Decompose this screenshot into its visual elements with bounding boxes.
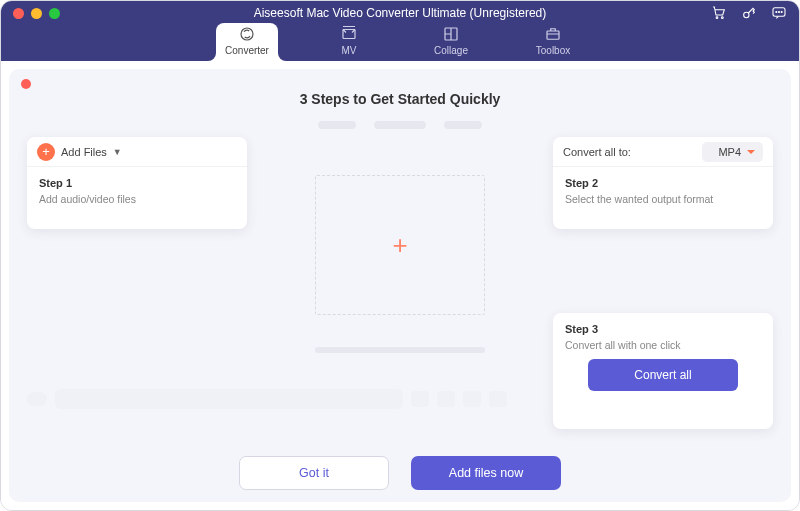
- ghost-pill: [318, 121, 356, 129]
- onboarding-overlay: 3 Steps to Get Started Quickly + Add Fil…: [9, 69, 791, 502]
- add-files-now-label: Add files now: [449, 466, 523, 480]
- content-area: 3 Steps to Get Started Quickly + Add Fil…: [1, 61, 799, 510]
- onboarding-title: 3 Steps to Get Started Quickly: [27, 91, 773, 107]
- svg-point-6: [781, 11, 782, 12]
- key-icon[interactable]: [741, 5, 757, 21]
- step2-card: Convert all to: MP4 Step 2 Select the wa…: [553, 137, 773, 229]
- step2-label: Step 2: [565, 177, 761, 189]
- titlebar: Aiseesoft Mac Video Converter Ultimate (…: [1, 1, 799, 61]
- output-format-select[interactable]: MP4: [702, 142, 763, 162]
- add-plus-icon: +: [392, 230, 407, 261]
- tab-collage[interactable]: Collage: [420, 23, 482, 61]
- svg-point-4: [776, 11, 777, 12]
- close-icon[interactable]: [13, 8, 24, 19]
- plus-icon: +: [37, 143, 55, 161]
- collage-icon: [441, 25, 461, 46]
- ghost-item: [411, 391, 429, 407]
- maximize-icon[interactable]: [49, 8, 60, 19]
- output-format-value: MP4: [718, 146, 741, 158]
- ghost-bottom-toolbar: [27, 389, 507, 409]
- converter-icon: [237, 25, 257, 46]
- convert-all-label: Convert all: [634, 368, 691, 382]
- add-files-now-button[interactable]: Add files now: [411, 456, 561, 490]
- tab-converter-label: Converter: [225, 46, 269, 56]
- toolbox-icon: [543, 25, 563, 46]
- convert-all-button[interactable]: Convert all: [588, 359, 738, 391]
- svg-point-2: [744, 12, 749, 17]
- chevron-down-icon: ▼: [113, 147, 122, 157]
- tab-mv[interactable]: MV: [318, 23, 380, 61]
- close-onboarding-icon[interactable]: [21, 79, 31, 89]
- step1-card: + Add Files ▼ Step 1 Add audio/video fil…: [27, 137, 247, 229]
- step3-description: Convert all with one click: [565, 339, 761, 351]
- mv-icon: [339, 25, 359, 46]
- svg-point-1: [721, 17, 723, 19]
- ghost-pill: [444, 121, 482, 129]
- window-title: Aiseesoft Mac Video Converter Ultimate (…: [1, 6, 799, 20]
- step1-label: Step 1: [39, 177, 235, 189]
- ghost-item: [463, 391, 481, 407]
- ghost-item: [27, 392, 47, 406]
- tab-collage-label: Collage: [434, 46, 468, 56]
- drop-zone[interactable]: +: [315, 175, 485, 315]
- tab-bar: Converter MV Collage: [1, 23, 799, 61]
- app-window: Aiseesoft Mac Video Converter Ultimate (…: [0, 0, 800, 511]
- svg-rect-10: [547, 31, 559, 39]
- ghost-pill: [374, 121, 426, 129]
- got-it-label: Got it: [299, 466, 329, 480]
- cart-icon[interactable]: [711, 5, 727, 21]
- step2-description: Select the wanted output format: [565, 193, 761, 205]
- step1-description: Add audio/video files: [39, 193, 235, 205]
- step3-card: Step 3 Convert all with one click Conver…: [553, 313, 773, 429]
- step3-label: Step 3: [565, 323, 761, 335]
- ghost-item: [55, 389, 403, 409]
- add-files-label: Add Files: [61, 146, 107, 158]
- onboarding-footer: Got it Add files now: [9, 456, 791, 490]
- tab-converter[interactable]: Converter: [216, 23, 278, 61]
- add-files-button[interactable]: + Add Files ▼: [37, 143, 122, 161]
- tab-toolbox[interactable]: Toolbox: [522, 23, 584, 61]
- window-controls: [13, 8, 60, 19]
- tab-mv-label: MV: [342, 46, 357, 56]
- svg-point-5: [778, 11, 779, 12]
- minimize-icon[interactable]: [31, 8, 42, 19]
- ghost-toolbar: [27, 121, 773, 129]
- svg-point-0: [716, 17, 718, 19]
- ghost-progress: [315, 347, 485, 353]
- convert-all-to-label: Convert all to:: [563, 146, 631, 158]
- ghost-item: [489, 391, 507, 407]
- tab-toolbox-label: Toolbox: [536, 46, 570, 56]
- feedback-icon[interactable]: [771, 5, 787, 21]
- got-it-button[interactable]: Got it: [239, 456, 389, 490]
- ghost-item: [437, 391, 455, 407]
